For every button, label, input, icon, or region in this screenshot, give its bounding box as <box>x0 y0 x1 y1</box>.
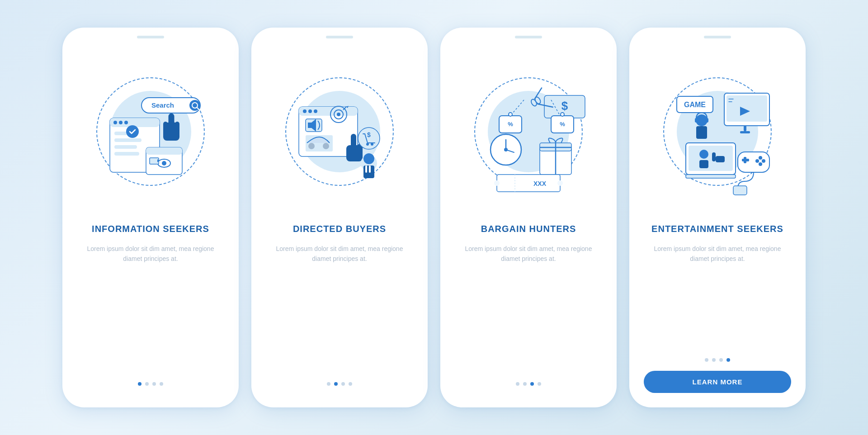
svg-text:XXX: XXX <box>533 180 547 187</box>
svg-rect-89 <box>689 146 733 171</box>
dot-3-3 <box>530 382 534 386</box>
svg-rect-92 <box>712 152 716 161</box>
card-3-body: Lorem ipsum dolor sit dim amet, mea regi… <box>455 244 602 373</box>
svg-text:$: $ <box>367 131 371 138</box>
svg-rect-16 <box>114 138 142 142</box>
svg-line-59 <box>510 100 524 116</box>
card-entertainment-seekers: GAME ENTERTAINMENT SEEKERS Lorem ipsum d… <box>629 28 806 407</box>
svg-rect-51 <box>365 165 367 173</box>
svg-point-65 <box>561 113 564 116</box>
dot-4-3 <box>719 358 723 362</box>
svg-rect-7 <box>163 122 168 132</box>
svg-point-23 <box>162 161 166 165</box>
svg-point-12 <box>113 121 117 124</box>
illustration-area-4: GAME <box>644 55 791 208</box>
card-1-dots <box>138 382 163 386</box>
directed-buyers-illustration: $ <box>272 64 407 199</box>
svg-point-107 <box>759 162 762 166</box>
svg-rect-91 <box>699 160 708 168</box>
svg-point-19 <box>126 125 139 138</box>
svg-rect-86 <box>740 131 750 133</box>
card-4-body: Lorem ipsum dolor sit dim amet, mea regi… <box>644 244 791 349</box>
search-illustration: Search <box>83 64 218 199</box>
svg-rect-17 <box>114 145 137 149</box>
svg-text:GAME: GAME <box>684 101 706 109</box>
svg-point-14 <box>124 121 128 124</box>
svg-rect-21 <box>146 147 182 155</box>
card-2-title: DIRECTED BUYERS <box>293 223 386 235</box>
svg-text:$: $ <box>561 99 568 113</box>
entertainment-seekers-illustration: GAME <box>650 64 785 199</box>
svg-rect-85 <box>744 126 746 131</box>
card-directed-buyers: $ DIRECTED BUYERS Lorem ipsum dolor sit … <box>251 28 428 407</box>
svg-point-29 <box>308 109 312 113</box>
svg-point-79 <box>557 180 563 186</box>
svg-point-104 <box>759 156 762 160</box>
svg-point-28 <box>303 109 307 113</box>
card-3-dots <box>516 382 541 386</box>
dot-4-1 <box>705 358 708 362</box>
dot-3-1 <box>516 382 519 386</box>
svg-text:%: % <box>508 121 513 128</box>
dot-3-2 <box>523 382 527 386</box>
svg-point-78 <box>494 180 500 186</box>
card-1-body: Lorem ipsum dolor sit dim amet, mea regi… <box>77 244 224 373</box>
dot-2-4 <box>349 382 352 386</box>
svg-point-49 <box>363 153 374 164</box>
card-2-body: Lorem ipsum dolor sit dim amet, mea regi… <box>266 244 413 373</box>
svg-rect-52 <box>369 165 371 173</box>
learn-more-button[interactable]: LEARN MORE <box>644 371 791 393</box>
illustration-area-1: Search <box>77 55 224 208</box>
svg-point-13 <box>119 121 123 124</box>
svg-rect-97 <box>695 118 698 123</box>
illustration-area-2: $ <box>266 55 413 208</box>
card-information-seekers: Search <box>62 28 239 407</box>
bargain-hunters-illustration: $ % % <box>461 64 596 199</box>
svg-point-39 <box>308 143 315 149</box>
svg-rect-93 <box>716 156 725 162</box>
card-4-title: ENTERTAINMENT SEEKERS <box>651 223 783 235</box>
dot-2-2 <box>334 382 338 386</box>
dot-1-3 <box>152 382 156 386</box>
dot-2-3 <box>341 382 345 386</box>
svg-rect-75 <box>497 175 560 192</box>
svg-point-35 <box>337 113 340 116</box>
svg-rect-27 <box>299 107 358 116</box>
svg-point-70 <box>504 148 508 151</box>
card-3-title: BARGAIN HUNTERS <box>481 223 576 235</box>
svg-point-61 <box>509 113 512 116</box>
svg-rect-9 <box>169 121 175 132</box>
svg-rect-108 <box>733 186 747 195</box>
illustration-area-3: $ % % <box>455 55 602 208</box>
svg-point-105 <box>762 159 765 163</box>
card-4-dots <box>705 358 730 362</box>
dot-1-2 <box>145 382 149 386</box>
svg-point-45 <box>366 143 369 146</box>
svg-rect-103 <box>744 157 746 163</box>
svg-rect-8 <box>175 122 179 132</box>
dot-4-4 <box>726 358 730 362</box>
dot-1-1 <box>138 382 142 386</box>
svg-point-40 <box>323 143 329 149</box>
svg-point-106 <box>755 159 759 163</box>
svg-point-46 <box>371 143 373 146</box>
svg-rect-98 <box>706 118 708 123</box>
card-bargain-hunters: $ % % <box>440 28 617 407</box>
dot-1-4 <box>160 382 163 386</box>
svg-text:Search: Search <box>151 101 174 109</box>
svg-point-90 <box>699 150 708 159</box>
dot-3-4 <box>538 382 541 386</box>
svg-text:%: % <box>560 121 565 128</box>
svg-rect-96 <box>696 126 707 139</box>
dot-4-2 <box>712 358 716 362</box>
card-2-dots <box>327 382 352 386</box>
dot-2-1 <box>327 382 330 386</box>
svg-rect-88 <box>686 175 736 178</box>
cards-container: Search <box>44 9 824 426</box>
svg-point-30 <box>314 109 317 113</box>
card-1-title: INFORMATION SEEKERS <box>92 223 209 235</box>
svg-rect-18 <box>114 152 139 156</box>
